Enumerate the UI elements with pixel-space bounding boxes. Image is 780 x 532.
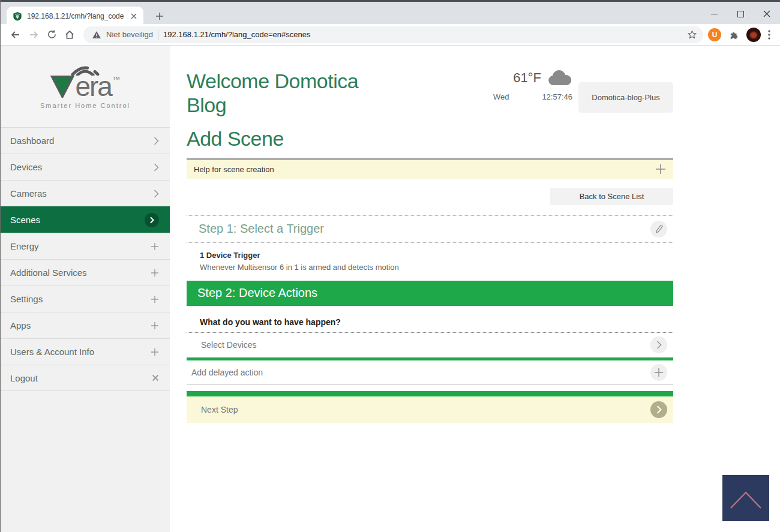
- tab-title: 192.168.1.21/cmh/?lang_code=e: [27, 12, 124, 20]
- chevron-up-icon: [727, 486, 764, 510]
- temperature: 61°F: [513, 70, 541, 86]
- select-devices-row[interactable]: Select Devices: [187, 333, 673, 357]
- warning-icon[interactable]: [92, 31, 101, 39]
- sidebar-item-additional-services[interactable]: Additional Services: [1, 259, 170, 285]
- plus-icon: [151, 295, 159, 303]
- sidebar-item-label: Apps: [10, 320, 31, 330]
- bookmark-star-icon[interactable]: [687, 29, 697, 40]
- sidebar: era TM Smarter Home Control Dashboard De…: [1, 46, 170, 532]
- sidebar-item-label: Logout: [10, 373, 38, 383]
- weekday: Wed: [493, 92, 509, 101]
- sidebar-item-cameras[interactable]: Cameras: [1, 180, 170, 206]
- plus-icon: [151, 242, 159, 251]
- kebab-menu-icon[interactable]: [764, 26, 774, 44]
- sidebar-item-scenes[interactable]: Scenes: [1, 206, 170, 233]
- tab-close-icon[interactable]: [128, 11, 139, 22]
- sidebar-item-dashboard[interactable]: Dashboard: [1, 127, 170, 154]
- sidebar-item-label: Users & Account Info: [10, 347, 94, 357]
- forward-icon[interactable]: [25, 26, 43, 44]
- sidebar-item-users-account-info[interactable]: Users & Account Info: [1, 338, 170, 365]
- step1-title: Step 1: Select a Trigger: [199, 222, 324, 236]
- add-delayed-action-row[interactable]: Add delayed action: [187, 360, 673, 385]
- edit-trigger-button[interactable]: [650, 221, 667, 238]
- sidebar-item-label: Additional Services: [10, 267, 87, 278]
- plus-icon: [151, 348, 159, 356]
- address-bar[interactable]: Niet beveiligd 192.168.1.21/cmh/?lang_co…: [83, 26, 703, 43]
- minimize-icon: [711, 14, 718, 14]
- chevron-right-icon: [154, 163, 159, 172]
- controller-select-button[interactable]: Domotica-blog-Plus: [578, 82, 673, 113]
- vera-logo: era TM Smarter Home Control: [1, 46, 170, 127]
- browser-toolbar: Niet beveiligd 192.168.1.21/cmh/?lang_co…: [1, 24, 780, 46]
- window-close-button[interactable]: [754, 4, 780, 24]
- browser-tabstrip: 192.168.1.21/cmh/?lang_code=e: [1, 0, 780, 24]
- sidebar-item-apps[interactable]: Apps: [1, 312, 170, 338]
- back-to-scene-list-button[interactable]: Back to Scene List: [550, 188, 673, 205]
- window-maximize-button[interactable]: [727, 4, 754, 24]
- select-devices-label: Select Devices: [201, 340, 257, 350]
- next-step-block: Next Step: [187, 391, 673, 423]
- trigger-description: Whenever Multisensor 6 in 1 is armed and…: [200, 263, 673, 272]
- sidebar-item-label: Scenes: [10, 215, 40, 225]
- plus-icon: [151, 321, 159, 330]
- green-divider: [187, 391, 673, 396]
- plus-icon: [151, 269, 159, 277]
- window-minimize-button[interactable]: [701, 4, 727, 24]
- page-title: Welcome Domotica Blog: [187, 70, 394, 118]
- plus-icon: [655, 164, 666, 175]
- help-label: Help for scene creation: [194, 165, 274, 174]
- chevron-right-icon: [656, 405, 662, 414]
- avatar[interactable]: [746, 28, 761, 42]
- close-window-icon: [763, 10, 770, 17]
- sidebar-item-logout[interactable]: Logout: [1, 365, 170, 391]
- clock: 12:57:46: [542, 92, 572, 101]
- sidebar-item-label: Dashboard: [10, 136, 54, 146]
- back-icon[interactable]: [7, 26, 25, 44]
- sidebar-item-energy[interactable]: Energy: [1, 233, 170, 259]
- chevron-right-icon: [149, 217, 154, 224]
- sidebar-item-settings[interactable]: Settings: [1, 285, 170, 312]
- next-step-row[interactable]: Next Step: [187, 396, 673, 423]
- vera-v-triangle: [50, 76, 74, 98]
- trigger-summary: 1 Device Trigger Whenever Multisensor 6 …: [187, 243, 673, 281]
- plus-icon: [654, 368, 664, 377]
- weather-widget: 61°F Wed 12:57:46: [493, 70, 572, 101]
- new-tab-button[interactable]: [152, 8, 167, 24]
- url-separator: [158, 30, 158, 40]
- brand-text: era: [75, 76, 111, 98]
- main-content: Welcome Domotica Blog 61°F Wed 12:57:46 …: [170, 46, 780, 532]
- chevron-right-icon: [154, 190, 159, 198]
- chevron-right-icon: [656, 341, 662, 349]
- browser-tab[interactable]: 192.168.1.21/cmh/?lang_code=e: [7, 7, 143, 26]
- sidebar-item-label: Devices: [10, 162, 42, 172]
- next-step-chevron-button[interactable]: [650, 401, 667, 418]
- expand-help-button[interactable]: [655, 164, 666, 175]
- help-for-scene-creation-bar[interactable]: Help for scene creation: [187, 158, 673, 179]
- sidebar-item-devices[interactable]: Devices: [1, 154, 170, 180]
- scroll-to-top-button[interactable]: [722, 475, 769, 521]
- reload-icon[interactable]: [43, 26, 61, 44]
- sidebar-item-label: Cameras: [10, 188, 47, 199]
- puzzle-extensions-icon[interactable]: [725, 26, 743, 44]
- close-icon: [152, 374, 159, 381]
- maximize-icon: [737, 11, 744, 17]
- security-label: Niet beveiligd: [106, 30, 153, 39]
- step1-header: Step 1: Select a Trigger: [187, 215, 673, 243]
- extension-ubiquiti-icon[interactable]: U: [708, 28, 721, 41]
- url-text: 192.168.1.21/cmh/?lang_code=en#scenes: [163, 30, 682, 39]
- step2-question: What do you want to have happen?: [187, 306, 673, 333]
- chevron-right-icon: [154, 137, 159, 145]
- scene-title: Add Scene: [187, 127, 673, 151]
- step2-header: Step 2: Device Actions: [187, 281, 673, 306]
- add-delayed-action-button[interactable]: [650, 364, 667, 381]
- select-devices-chevron-button[interactable]: [650, 336, 667, 353]
- add-delayed-action-label: Add delayed action: [191, 368, 263, 377]
- cloud-icon: [546, 70, 572, 86]
- sidebar-item-label: Settings: [10, 294, 43, 304]
- sidebar-item-label: Energy: [10, 241, 39, 251]
- brand-tagline: Smarter Home Control: [40, 102, 130, 109]
- home-icon[interactable]: [61, 26, 79, 44]
- pencil-icon: [655, 224, 664, 233]
- next-step-label: Next Step: [201, 405, 238, 414]
- trademark: TM: [113, 76, 120, 81]
